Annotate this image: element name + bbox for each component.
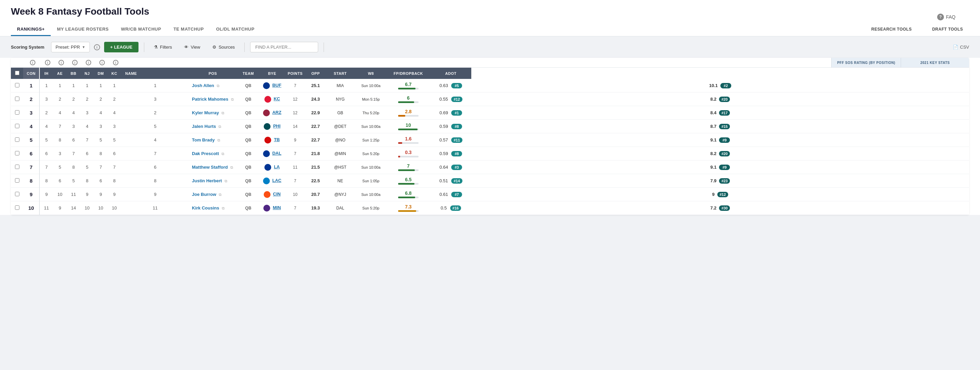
team-link[interactable]: CIN (273, 191, 280, 197)
sources-button[interactable]: ⚙ Sources (208, 42, 239, 52)
player-link[interactable]: Kyler Murray (192, 110, 219, 115)
row-checkbox-cell[interactable] (11, 188, 23, 201)
fp-rank-badge: #8 (451, 124, 462, 129)
scoring-info-icon[interactable]: i (94, 44, 100, 50)
row-checkbox[interactable] (15, 97, 19, 101)
team-link[interactable]: KC (274, 96, 280, 102)
row-start: Sun 10:00a (356, 120, 386, 133)
player-link[interactable]: Joe Burrow (192, 192, 216, 197)
th-con: CON (23, 68, 40, 79)
copy-icon[interactable]: ⧉ (218, 124, 221, 129)
team-link[interactable]: ARZ (272, 110, 282, 115)
col-info-bb[interactable]: i (72, 60, 78, 65)
row-name: Justin Herbert ⧉ (189, 174, 237, 188)
row-ae: 6 (67, 133, 80, 147)
csv-button[interactable]: 📄 CSV (953, 44, 969, 50)
row-checkbox-cell[interactable] (11, 106, 23, 120)
tab-wr-cb-matchup[interactable]: WR/CB MATCHUP (115, 23, 167, 36)
team-link[interactable]: DAL (272, 151, 282, 156)
col-info-dm[interactable]: i (99, 60, 105, 65)
row-points: 22.5 (306, 174, 325, 188)
row-ae: 5 (67, 174, 80, 188)
row-checkbox-cell[interactable] (11, 120, 23, 133)
player-link[interactable]: Justin Herbert (192, 178, 222, 183)
row-checkbox-cell[interactable] (11, 79, 23, 92)
row-ih: 1 (53, 79, 67, 92)
row-checkbox[interactable] (15, 192, 19, 196)
player-link[interactable]: Tom Brady (192, 137, 215, 143)
row-checkbox[interactable] (15, 151, 19, 156)
select-all-checkbox[interactable] (15, 71, 19, 75)
faq-button[interactable]: ? FAQ (937, 14, 956, 21)
col-info-con[interactable]: i (30, 60, 35, 65)
search-input[interactable] (250, 42, 318, 52)
copy-icon[interactable]: ⧉ (221, 111, 224, 115)
row-rank: 10 (23, 201, 40, 215)
th-points: POINTS (284, 68, 306, 79)
player-link[interactable]: Josh Allen (192, 83, 214, 88)
copy-icon[interactable]: ⧉ (219, 192, 221, 197)
view-button[interactable]: 👁 View (180, 42, 204, 52)
col-info-ae[interactable]: i (59, 60, 64, 65)
team-link[interactable]: LA (274, 164, 280, 169)
team-link[interactable]: LAC (272, 178, 282, 183)
tab-te-matchup[interactable]: TE MATCHUP (167, 23, 210, 36)
tab-ol-dl-matchup[interactable]: OL/DL MATCHUP (210, 23, 261, 36)
adot-rank-badge: #17 (719, 110, 730, 116)
copy-icon[interactable]: ⧉ (231, 97, 234, 102)
row-team: LA (260, 160, 284, 174)
copy-icon[interactable]: ⧉ (222, 206, 224, 210)
col-info-ih[interactable]: i (45, 60, 50, 65)
row-checkbox-cell[interactable] (11, 160, 23, 174)
row-kc: 3 (121, 92, 189, 106)
col-info-nj[interactable]: i (86, 60, 91, 65)
copy-icon[interactable]: ⧉ (231, 165, 233, 169)
row-start: Sun 1:05p (356, 174, 386, 188)
player-link[interactable]: Kirk Cousins (192, 205, 219, 211)
team-link[interactable]: TB (274, 137, 280, 142)
filters-button[interactable]: ⚗ Filters (150, 42, 176, 52)
adot-rank-badge: #9 (719, 137, 730, 143)
row-checkbox[interactable] (15, 110, 19, 114)
row-pos: QB (237, 133, 260, 147)
player-link[interactable]: Dak Prescott (192, 151, 219, 156)
row-nj: 8 (94, 147, 108, 160)
tab-rankings[interactable]: RANKINGS+ (11, 23, 51, 36)
col-info-kc[interactable]: i (113, 60, 118, 65)
copy-icon[interactable]: ⧉ (218, 138, 220, 142)
row-checkbox-cell[interactable] (11, 133, 23, 147)
row-w8: 6.5 (386, 174, 430, 188)
row-checkbox-cell[interactable] (11, 201, 23, 215)
row-pos: QB (237, 147, 260, 160)
team-link[interactable]: PHI (273, 124, 281, 129)
tab-my-league-rosters[interactable]: MY LEAGUE ROSTERS (51, 23, 115, 36)
copy-icon[interactable]: ⧉ (224, 179, 227, 183)
row-checkbox[interactable] (15, 165, 19, 169)
scoring-system-select[interactable]: Preset: PPR ▼ (51, 42, 89, 52)
player-link[interactable]: Patrick Mahomes (192, 97, 228, 102)
row-checkbox-cell[interactable] (11, 174, 23, 188)
player-link[interactable]: Matthew Stafford (192, 165, 228, 170)
row-checkbox[interactable] (15, 124, 19, 128)
tab-draft-tools[interactable]: DRAFT TOOLS (926, 24, 969, 36)
tab-research-tools[interactable]: RESEARCH TOOLS (865, 24, 918, 36)
row-bb: 8 (80, 174, 94, 188)
row-bye: 10 (284, 188, 306, 201)
league-button[interactable]: + LEAGUE (104, 42, 138, 52)
row-checkbox[interactable] (15, 137, 19, 142)
download-icon: 📄 (953, 44, 958, 50)
copy-icon[interactable]: ⧉ (221, 152, 224, 156)
key-stats-header: 2021 KEY STATS (901, 58, 969, 67)
row-checkbox-cell[interactable] (11, 147, 23, 160)
row-bb: 5 (80, 160, 94, 174)
row-checkbox[interactable] (15, 178, 19, 183)
row-dm: 7 (108, 160, 121, 174)
team-link[interactable]: BUF (272, 83, 282, 88)
row-checkbox-cell[interactable] (11, 92, 23, 106)
row-checkbox[interactable] (15, 205, 19, 210)
row-ae: 3 (67, 120, 80, 133)
player-link[interactable]: Jalen Hurts (192, 124, 216, 129)
team-link[interactable]: MIN (273, 205, 281, 210)
copy-icon[interactable]: ⧉ (217, 84, 220, 88)
row-checkbox[interactable] (15, 83, 19, 87)
